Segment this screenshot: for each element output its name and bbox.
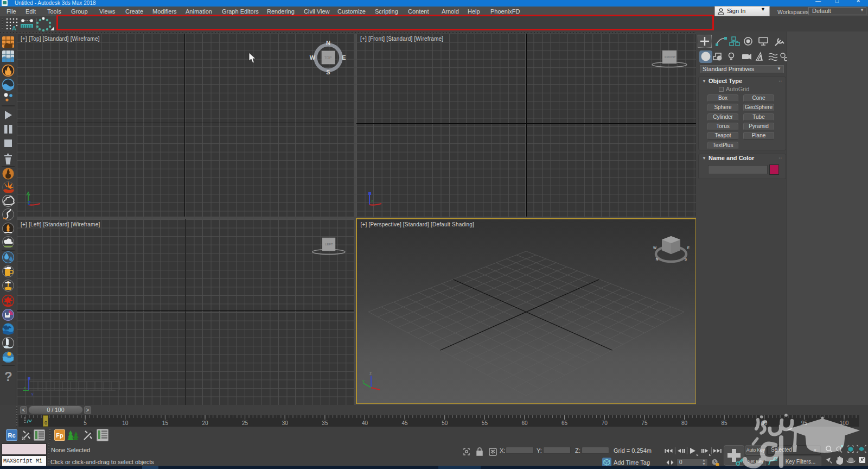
svg-text:x: x xyxy=(24,386,26,390)
svg-text:10: 10 xyxy=(122,420,129,426)
svg-text:W: W xyxy=(310,54,316,61)
svg-text:40: 40 xyxy=(362,420,368,426)
svg-text:60: 60 xyxy=(521,420,528,426)
svg-text:N: N xyxy=(326,40,330,46)
svg-text:z: z xyxy=(369,371,372,376)
svg-text:N: N xyxy=(655,257,658,261)
svg-text:A: A xyxy=(12,25,16,31)
svg-text:20: 20 xyxy=(202,420,208,426)
svg-text:70: 70 xyxy=(602,420,608,426)
svg-text:30: 30 xyxy=(282,420,289,426)
svg-text:25: 25 xyxy=(242,420,248,426)
svg-text:S: S xyxy=(326,69,330,75)
svg-text:50: 50 xyxy=(442,420,448,426)
svg-text:W: W xyxy=(653,246,656,250)
svg-text:?: ? xyxy=(4,369,12,384)
svg-text:LEFT: LEFT xyxy=(325,243,333,246)
svg-text:y: y xyxy=(31,392,34,396)
svg-text:15: 15 xyxy=(162,420,169,426)
svg-text:35: 35 xyxy=(322,420,328,426)
svg-text:S: S xyxy=(684,257,687,261)
svg-text:FRONT: FRONT xyxy=(665,55,676,59)
svg-text:65: 65 xyxy=(561,420,568,426)
svg-text:E: E xyxy=(342,54,346,61)
svg-text:55: 55 xyxy=(482,420,488,426)
svg-text:y: y xyxy=(362,378,365,383)
svg-text:TOP: TOP xyxy=(324,56,331,60)
svg-text:45: 45 xyxy=(402,420,409,426)
svg-text:5: 5 xyxy=(84,420,87,426)
svg-text:E: E xyxy=(687,246,690,250)
svg-text:x: x xyxy=(371,198,373,203)
